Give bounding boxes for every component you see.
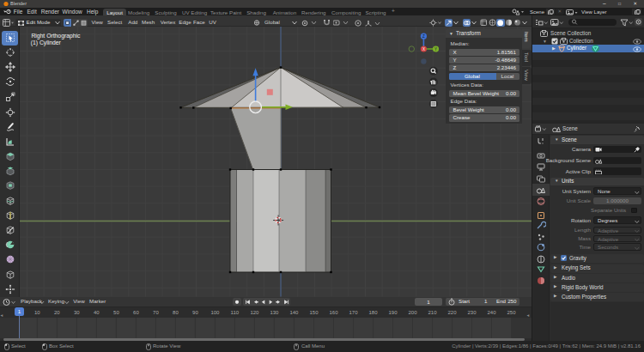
svg-text:Z: Z <box>422 34 425 39</box>
svg-text:X: X <box>422 47 425 52</box>
svg-text:Y: Y <box>434 47 437 52</box>
